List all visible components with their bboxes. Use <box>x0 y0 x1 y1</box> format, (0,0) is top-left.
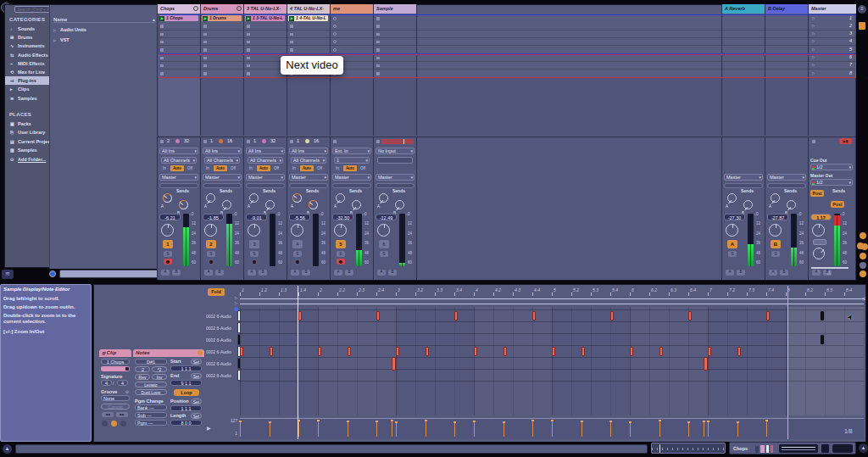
meter-zero-arrow-icon[interactable]: ◁ <box>405 212 408 216</box>
pan-knob[interactable] <box>769 224 782 237</box>
input-channel-select[interactable]: All Channels <box>161 157 197 164</box>
clip-slot-playing[interactable]: 1 3-TAL U-No-L▶ <box>245 15 285 21</box>
ruler-label[interactable]: 2.4 <box>378 287 384 293</box>
scene-slot-6[interactable]: ▷6 <box>809 54 856 61</box>
empty-slot-stop[interactable] <box>160 41 164 44</box>
ruler-label[interactable]: 7 <box>709 287 712 293</box>
empty-slot-stop[interactable] <box>203 48 207 52</box>
scene-play-icon[interactable]: ▷ <box>812 55 815 59</box>
meter-zero-arrow-icon[interactable]: ◁ <box>362 212 364 216</box>
monitor-auto-button[interactable]: Auto <box>257 165 270 171</box>
ruler-label[interactable]: 7.2 <box>729 287 735 293</box>
sidebar-item-plug-ins[interactable]: ◅Plug-ins <box>5 76 49 85</box>
mini-clip-slot-1[interactable] <box>755 446 759 453</box>
monitor-auto-button[interactable]: Auto <box>170 165 184 171</box>
clip-play-icon[interactable]: ▶ <box>289 16 294 21</box>
empty-slot-stop[interactable] <box>160 64 164 68</box>
ruler-label[interactable]: 4.4 <box>534 287 540 293</box>
invert-button[interactable]: Inv <box>152 374 167 380</box>
clip-stop-button[interactable] <box>376 140 380 143</box>
crossfade-b-button[interactable]: B <box>215 270 224 276</box>
empty-slot-stop[interactable] <box>203 25 207 28</box>
arm-button[interactable] <box>164 259 172 265</box>
crossfade-b-button[interactable]: B <box>172 270 181 276</box>
meter-zero-arrow-icon[interactable]: ◁ <box>232 212 235 216</box>
velocity-head[interactable] <box>473 421 476 422</box>
input-channel-select[interactable]: All Channels <box>204 157 240 164</box>
midi-note[interactable] <box>688 311 692 320</box>
velocity-stem[interactable] <box>737 421 738 437</box>
ruler-label[interactable]: 2.3 <box>359 287 364 293</box>
clip-stop-button[interactable] <box>203 140 207 143</box>
midi-note[interactable] <box>630 347 633 356</box>
ruler-label[interactable]: 8.2 <box>807 287 813 293</box>
expand-arrow-icon[interactable]: ▷ <box>53 36 56 45</box>
send-b-knob[interactable] <box>179 200 188 209</box>
velocity-stem[interactable] <box>581 421 582 437</box>
input-type-select[interactable]: All Ins <box>203 148 242 154</box>
groove-icon[interactable]: ⊙ <box>125 389 129 394</box>
post-b-button[interactable]: Post <box>831 201 844 208</box>
ruler-label[interactable]: 8.3 <box>826 287 832 293</box>
track-header-2[interactable]: Drums <box>201 4 243 14</box>
grid-resolution-label[interactable]: 1/8 <box>844 428 853 434</box>
signature-numerator[interactable]: 4 <box>101 380 112 386</box>
return-output-select[interactable]: Master <box>767 174 806 181</box>
velocity-stem[interactable] <box>474 421 475 437</box>
empty-slot-stop[interactable] <box>160 48 164 52</box>
piano-key[interactable] <box>237 310 248 321</box>
ruler-label[interactable]: 7.4 <box>768 287 774 293</box>
monitor-in-button[interactable]: In <box>289 165 299 171</box>
returns-show-icon[interactable] <box>861 243 868 250</box>
clip-play-icon[interactable]: ▶ <box>203 16 208 21</box>
velocity-head[interactable] <box>453 421 456 423</box>
midi-note[interactable] <box>659 347 663 356</box>
crossfade-a-button[interactable]: A <box>204 270 213 276</box>
midi-note[interactable] <box>821 311 824 320</box>
info-toggle-icon[interactable] <box>49 270 56 277</box>
master-out-select[interactable]: 1/2 <box>810 179 853 186</box>
cue-volume-knob[interactable] <box>813 248 825 259</box>
velocity-stem[interactable] <box>630 421 631 437</box>
crossfade-b-button[interactable]: B <box>388 270 397 276</box>
scene-play-icon[interactable]: ▷ <box>812 31 815 36</box>
track-header-4[interactable]: 4 TAL U-No-LX- <box>287 4 330 14</box>
track-activator-button[interactable]: 4 <box>292 240 303 248</box>
midi-note[interactable] <box>348 347 351 356</box>
crossfader-handle[interactable]: △ <box>827 270 831 275</box>
send-b-knob[interactable] <box>395 200 404 209</box>
bank-select[interactable]: Bank --- <box>135 404 167 410</box>
io-show-icon[interactable] <box>860 232 866 239</box>
legato-button[interactable]: Legato <box>135 382 167 387</box>
velocity-stem[interactable] <box>318 420 319 437</box>
velocity-stem[interactable] <box>454 421 455 437</box>
empty-slot-stop[interactable] <box>376 25 380 28</box>
sidebar-item-samples[interactable]: ▥Samples <box>5 146 49 154</box>
crossfade-a-button[interactable]: A <box>291 270 299 276</box>
ruler-label[interactable]: 1 <box>242 287 244 293</box>
solo-button[interactable]: S <box>337 251 345 257</box>
nudge-forward-button[interactable]: ▶▶ <box>116 412 128 417</box>
monitor-off-button[interactable]: Off <box>358 165 368 171</box>
return-track-header-b[interactable]: B Delay <box>765 4 808 14</box>
monitor-in-button[interactable]: In <box>203 165 213 171</box>
send-b-knob[interactable] <box>787 200 796 209</box>
ruler-label[interactable]: 7.3 <box>748 287 754 293</box>
duplicate-loop-button[interactable]: Dupl.Loop <box>135 389 167 395</box>
crossfade-show-icon[interactable] <box>860 270 866 277</box>
empty-slot-stop[interactable] <box>160 25 164 28</box>
piano-key[interactable] <box>237 334 248 345</box>
empty-slot-stop[interactable] <box>376 33 380 36</box>
empty-slot-stop[interactable] <box>247 25 250 28</box>
clip-tab-envelope-icon[interactable] <box>120 421 126 426</box>
monitor-off-button[interactable]: Off <box>271 165 281 171</box>
sidebar-item-sounds[interactable]: ♪Sounds <box>5 25 49 33</box>
velocity-head[interactable] <box>269 421 271 423</box>
crossfade-a-button[interactable]: A <box>769 270 777 276</box>
clip-play-icon[interactable]: ▶ <box>246 16 251 21</box>
velocity-head[interactable] <box>376 421 378 422</box>
show-info-icon[interactable]: ▲ <box>3 444 12 454</box>
ruler-label[interactable]: 5.4 <box>612 287 618 293</box>
velocity-head[interactable] <box>629 421 632 423</box>
empty-slot-stop[interactable] <box>160 72 164 75</box>
